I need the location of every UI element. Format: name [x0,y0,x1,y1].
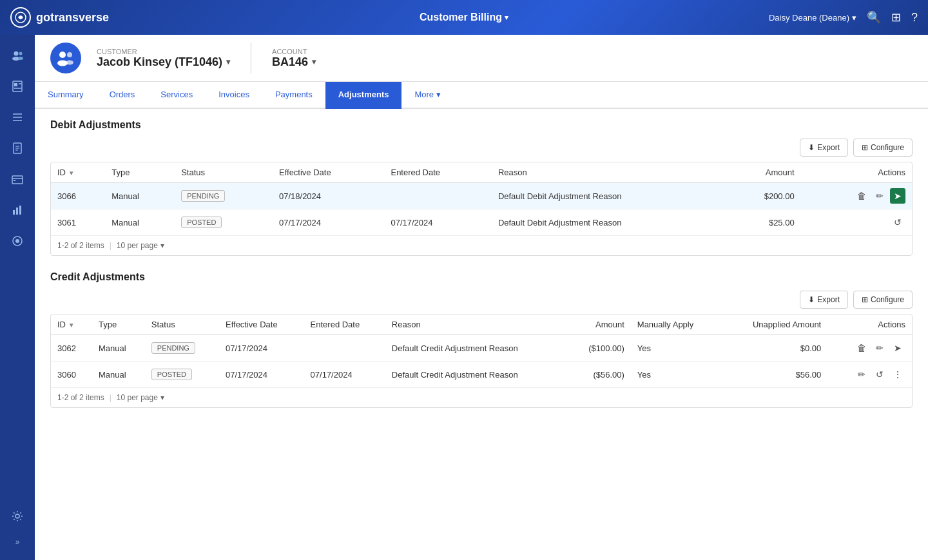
credit-configure-button[interactable]: ⊞ Configure [853,291,913,309]
header-right: Daisy Deane (Deane) ▾ 🔍 ⊞ ? [769,10,918,24]
svg-rect-6 [14,83,17,86]
col-type: Type [105,162,175,183]
cell-manually-apply: Yes [631,335,721,362]
debit-per-page[interactable]: 10 per page ▾ [117,241,164,250]
status-badge: PENDING [181,190,225,202]
edit-icon[interactable]: ✏ [854,367,869,382]
sidebar-item-list[interactable] [0,102,35,133]
tab-invoices[interactable]: Invoices [206,82,262,109]
debit-configure-button[interactable]: ⊞ Configure [853,139,913,157]
table-row: 3061 Manual POSTED 07/17/2024 07/17/2024… [51,209,912,236]
customer-label: CUSTOMER [97,48,230,55]
sidebar-expand-button[interactable]: » [11,532,24,552]
sidebar-item-customers[interactable] [0,40,35,71]
col-entered-date: Entered Date [384,162,491,183]
col-effective-date: Effective Date [219,314,304,335]
more-icon[interactable]: ⋮ [890,367,905,382]
avatar [50,43,81,73]
edit-icon[interactable]: ✏ [872,340,887,356]
cell-status: POSTED [175,209,273,236]
configure-icon: ⊞ [862,143,868,152]
sidebar-item-billing[interactable] [0,164,35,195]
page-content: Debit Adjustments ⬇ Export ⊞ Configure I… [35,109,928,560]
col-reason: Reason [385,314,567,335]
sidebar-item-reports[interactable] [0,195,35,226]
delete-icon[interactable]: 🗑 [854,340,869,356]
svg-rect-18 [14,180,15,181]
cell-reason: Default Debit Adjustment Reason [492,209,726,236]
debit-pagination: 1-2 of 2 items [57,241,104,250]
tab-payments[interactable]: Payments [262,82,325,109]
action-icons: 🗑 ✏ ➤ [807,188,905,204]
col-manually-apply: Manually Apply [631,314,721,335]
col-id[interactable]: ID ▼ [51,162,105,183]
credit-per-page[interactable]: 10 per page ▾ [117,393,164,402]
cell-type: Manual [92,335,145,362]
debit-export-button[interactable]: ⬇ Export [800,139,848,157]
col-status: Status [145,314,219,335]
undo-icon[interactable]: ↺ [872,367,887,382]
tab-orders[interactable]: Orders [97,82,148,109]
status-badge: POSTED [181,217,222,228]
col-reason: Reason [492,162,726,183]
tab-more[interactable]: More ▾ [401,82,453,109]
export-icon: ⬇ [808,295,815,304]
edit-icon[interactable]: ✏ [872,188,887,204]
tab-summary[interactable]: Summary [35,82,97,109]
action-icons: 🗑 ✏ ➤ [834,340,905,356]
debit-adjustments-title: Debit Adjustments [50,119,913,131]
col-effective-date: Effective Date [273,162,384,183]
account-dropdown[interactable]: ▾ [312,57,316,66]
cell-type: Manual [105,209,175,236]
sidebar: » [0,35,35,560]
cell-id: 3061 [51,209,105,236]
cell-reason: Default Debit Adjustment Reason [492,183,726,209]
credit-export-button[interactable]: ⬇ Export [800,291,848,309]
col-amount: Amount [726,162,800,183]
configure-icon: ⊞ [862,295,868,304]
customer-info: CUSTOMER Jacob Kinsey (TF1046) ▾ [97,48,230,69]
action-icons: ↺ [807,215,905,230]
credit-table-footer: 1-2 of 2 items | 10 per page ▾ [51,387,912,407]
tab-adjustments[interactable]: Adjustments [325,82,402,109]
svg-point-3 [19,52,23,55]
logo[interactable]: gotransverse [10,7,109,28]
cell-entered-date: 07/17/2024 [304,362,385,388]
apps-icon[interactable]: ⊞ [891,10,901,24]
svg-rect-19 [13,210,15,215]
delete-icon[interactable]: 🗑 [854,188,869,204]
tab-services[interactable]: Services [148,82,206,109]
user-menu[interactable]: Daisy Deane (Deane) ▾ [769,13,856,23]
cell-actions: 🗑 ✏ ➤ [801,183,912,209]
main-layout: » CUSTOMER Jacob Kinsey (TF1046) ▾ [0,35,928,560]
svg-point-25 [59,52,66,58]
col-status: Status [175,162,273,183]
debit-table-footer: 1-2 of 2 items | 10 per page ▾ [51,235,912,255]
cell-reason: Default Credit Adjustment Reason [385,335,567,362]
per-page-arrow: ▾ [160,393,164,402]
sidebar-item-settings[interactable] [11,501,24,532]
logo-icon [10,7,31,28]
cell-status: PENDING [145,335,219,362]
send-icon[interactable]: ➤ [890,188,905,204]
title-dropdown-arrow: ▾ [505,14,508,22]
credit-adjustments-title: Credit Adjustments [50,271,913,283]
customer-dropdown[interactable]: ▾ [226,57,230,66]
search-icon[interactable]: 🔍 [867,10,881,24]
sidebar-item-orders[interactable] [0,71,35,102]
customer-header: CUSTOMER Jacob Kinsey (TF1046) ▾ ACCOUNT… [35,35,928,82]
col-actions: Actions [801,162,912,183]
col-id[interactable]: ID ▼ [51,314,92,335]
send-icon[interactable]: ➤ [890,340,905,356]
undo-icon[interactable]: ↺ [890,215,905,230]
nav-tabs: Summary Orders Services Invoices Payment… [35,82,928,109]
help-icon[interactable]: ? [911,11,918,24]
cell-id: 3060 [51,362,92,388]
user-dropdown-arrow: ▾ [852,13,856,23]
sidebar-item-documents[interactable] [0,133,35,164]
cell-effective-date: 07/17/2024 [219,335,304,362]
table-row: 3066 Manual PENDING 07/18/2024 Default D… [51,183,912,209]
cell-id: 3062 [51,335,92,362]
sidebar-item-design[interactable] [0,226,35,256]
cell-effective-date: 07/18/2024 [273,183,384,209]
